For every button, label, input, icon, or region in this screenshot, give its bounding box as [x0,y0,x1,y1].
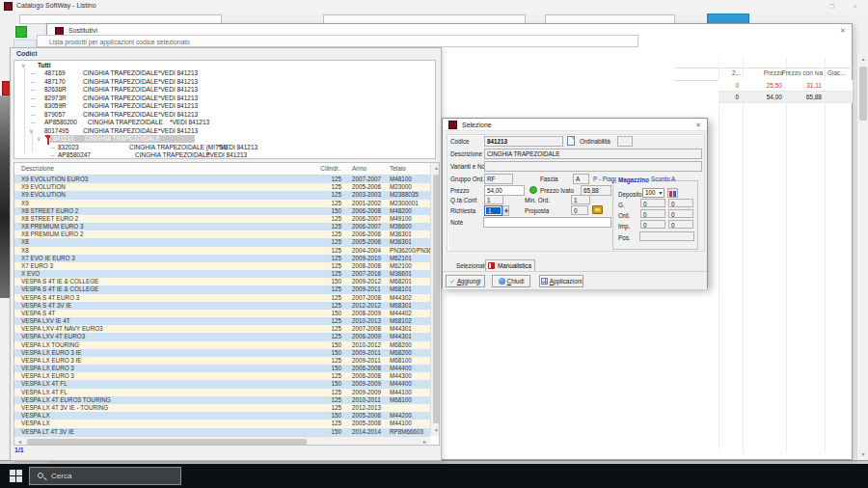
scroll-down-icon[interactable]: ▼ [431,425,440,436]
table-row[interactable]: VESPA LXV 4T EURO31252006-2009M44301 [14,333,430,340]
table-row[interactable]: VESPA LX EURO 3 IE1252009-2011M68100 [14,357,430,365]
sost-table-row[interactable]: 025,5031,11 [719,80,853,92]
aggiungi-button[interactable]: ✓Aggiungi [446,275,485,287]
table-row[interactable]: VESPA S 4T1502008-2009M44402 [14,310,430,317]
table-row[interactable]: X9 EVOLUTION EURO31252007-2007M48100 [14,176,430,183]
min-ord-field[interactable]: 1 [571,195,590,204]
scroll-right-icon[interactable]: ► [420,437,430,446]
table-row[interactable]: VESPA LX1502005-2006M44200 [14,412,430,420]
note-field[interactable] [483,217,611,228]
table-row[interactable]: X91252001-2002M2300001 [14,200,430,207]
applicazioni-button[interactable]: Applicazioni [539,275,583,287]
document-icon[interactable] [567,136,575,146]
tree-item[interactable]: 879057CINGHIA TRAPEZOIDALE*VEDI 841213 [14,111,435,119]
dialog-title-bar[interactable]: Selezione ✕ [443,119,707,131]
table-row[interactable]: VESPA LX 4T 3V IE - TOURING1252012-2013 [14,404,430,412]
table-row[interactable]: X EVO1252007-2016M36601 [14,270,430,278]
basket-icon[interactable] [592,205,603,214]
table-row[interactable]: X7 EURO 31252008-2008M62100 [14,262,430,270]
spinner-buttons[interactable] [502,205,509,216]
codice-field[interactable]: 841213 [484,136,563,147]
sost-cell: 31,11 [784,80,822,92]
table-row[interactable]: VESPA LXV 4T NAVY EURO31252007-2008M4430… [14,325,430,333]
table-vertical-scrollbar[interactable]: ▲ ▼ [430,163,440,436]
scrollbar-thumb[interactable] [859,67,867,121]
ordinabilita-field[interactable] [617,136,633,147]
descrizione-field[interactable]: CINGHIA TRAPEZOIDALE [484,149,702,159]
tree-item-selected[interactable]: ∨841213CINGHIA TRAPEZOIDALE [14,135,435,143]
table-row[interactable]: VESPA LX TOURING1502010-2012M68200 [14,341,430,349]
gruppo-field[interactable]: RF [484,174,513,184]
table-row[interactable]: VESPA LX 4T EURO3 TOURING1252010-2011M68… [14,396,430,404]
close-icon[interactable]: ✕ [840,27,846,35]
sost-col-header[interactable]: 2... [721,69,741,79]
tree-item[interactable]: 82636RCINGHIA TRAPEZOIDALE*VEDI 841213 [14,86,435,94]
scroll-up-icon[interactable]: ▲ [431,163,440,174]
pos-field[interactable] [639,231,694,241]
table-row[interactable]: X8 PREMIUM EURO 21252006-2006M36301 [14,230,430,238]
tree-item[interactable]: AP8580200CINGHIA TRAPEZOIDALE*VEDI 84121… [14,119,435,126]
spin-down-icon[interactable] [504,210,508,213]
chiudi-button[interactable]: Chiudi [492,275,530,287]
tree-root[interactable]: ∨Tutti [14,62,435,69]
sost-col-header[interactable]: Prezzo con iva [779,69,823,79]
qta-conf-field[interactable]: 1 [484,195,503,204]
scrollbar-thumb[interactable] [433,175,440,423]
table-row[interactable]: X8 STREET EURO 21502006-2008M48200 [14,207,430,215]
table-row[interactable]: X8 PREMIUM EURO 31252006-2007M36600 [14,223,430,230]
richiesta-spinner[interactable]: 1 [484,205,502,216]
sost-col-header[interactable]: Prezzo [745,69,783,79]
table-row[interactable]: X7 EVO IE EURO 31252009-2010M62101 [14,255,430,262]
maximize-icon[interactable]: ❐ [829,3,834,10]
col-header-cilindrata[interactable]: Cilindr.. [307,165,341,172]
proposta-field[interactable]: 0 [571,205,588,215]
table-row[interactable]: X9 EVOLUTION1252005-2006M23000 [14,183,430,191]
sost-col-header[interactable]: Giac... [827,69,846,79]
lista-title-bar[interactable]: Lista prodotti per applicazioni codice s… [37,35,638,47]
table-row[interactable]: VESPA LXV IE 4T1252010-2013M68102 [14,317,430,325]
sost-table-row[interactable]: 054,0065,88 [719,92,853,103]
table-row[interactable]: VESPA LX1252005-2008M44100 [14,420,430,427]
table-row[interactable]: X9 EVOLUTION1252003-2003M2388035 [14,191,430,199]
scrollbar-thumb[interactable] [27,439,307,446]
col-header-telaio[interactable]: Telaio [390,165,406,172]
fascia-field[interactable]: A [573,174,589,184]
close-icon[interactable]: ✕ [695,122,701,129]
table-row[interactable]: VESPA LX EURO 3 IE1502009-2011M68200 [14,349,430,357]
dialog-button-row: ✓Aggiungi Chiudi Applicazioni [443,271,707,289]
toolbar-green-button[interactable] [15,26,27,38]
main-vertical-scrollbar[interactable]: ▲ ▼ [856,54,868,460]
scroll-down-icon[interactable]: ▼ [857,449,868,460]
table-row[interactable]: VESPA S 4T IE & COLLEGE1252009-2011M6810… [14,285,430,293]
varianti-field[interactable] [484,161,702,172]
tree-item[interactable]: 487170CINGHIA TRAPEZOIDALE*VEDI 841213 [14,78,435,86]
tree-item[interactable]: ∨8017495CINGHIA TRAPEZOIDALE*VEDI 841213 [14,127,435,135]
tab-manualistica[interactable]: Manualistica [485,259,535,271]
scroll-up-icon[interactable]: ▲ [857,54,868,65]
close-icon[interactable]: ✕ [853,3,857,10]
col-header-descrizione[interactable]: Descrizione [21,165,54,172]
scroll-left-icon[interactable]: ◄ [14,437,25,446]
table-row[interactable]: VESPA S 4T EURO 31252007-2008M44302 [14,294,430,302]
table-row[interactable]: VESPA LT 4T 3V IE1502014-2014RP8M66603 [14,428,430,436]
table-row[interactable]: X81252005-2006M36301 [14,238,430,246]
table-row[interactable]: X81252004-2004PN36200/PN36300 [14,247,430,255]
table-row[interactable]: X8 STREET EURO 21252006-2007M49100 [14,215,430,223]
table-row[interactable]: VESPA LX 4T FL1502009-2009M44400 [14,380,430,388]
table-row[interactable]: VESPA LX 4T FL1252009-2009M44100 [14,389,430,396]
tree-item[interactable]: 83059RCINGHIA TRAPEZOIDALE.*VEDI 841213 [14,102,435,110]
table-row[interactable]: VESPA LX EURO 31502006-2008M44400 [14,365,430,372]
table-horizontal-scrollbar[interactable]: ◄ ► [14,436,430,446]
tab-selezionato[interactable]: Selezionato [456,262,488,269]
col-header-anno[interactable]: Anno [352,165,366,172]
tree-item[interactable]: 82973RCINGHIA TRAPEZOIDALE*VEDI 841213 [14,95,435,102]
deposito-lookup-icon[interactable] [667,188,678,198]
table-row[interactable]: VESPA S 4T IE & COLLEGE1502009-2012M6820… [14,278,430,285]
deposito-dropdown[interactable]: 100 [642,188,665,198]
tree-child-item[interactable]: AP8580247CINGHIA TRAPEZOIDALE*VEDI 84121… [14,151,435,159]
main-title-bar[interactable]: Catalogo SoftWay - Listino ❐ ✕ [0,0,868,13]
tree-item[interactable]: 487169CINGHIA TRAPEZOIDALE*VEDI 841213 [14,69,435,77]
table-row[interactable]: VESPA LX EURO 31252006-2008M44300 [14,372,430,380]
tree-child-item[interactable]: 832023CINGHIA TRAPEZOIDALE (MITSU*VEDI 8… [14,144,435,151]
table-row[interactable]: VESPA S 4T 3V IE1252012-2012M68301 [14,302,430,310]
